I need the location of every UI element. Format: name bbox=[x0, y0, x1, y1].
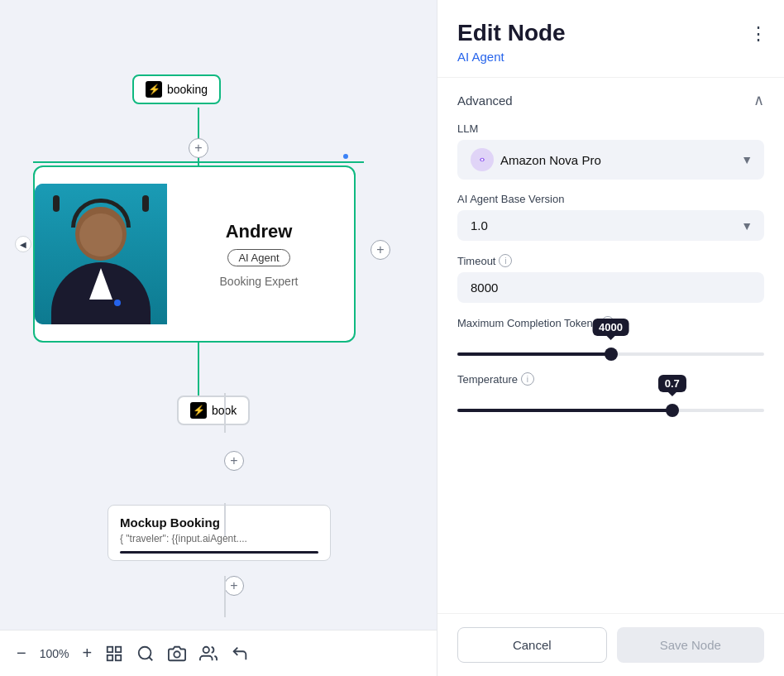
agent-photo bbox=[35, 184, 167, 324]
agent-card[interactable]: Andrew AI Agent Booking Expert bbox=[33, 165, 356, 343]
zoom-in-button[interactable]: + bbox=[83, 644, 93, 663]
llm-value: Amazon Nova Pro bbox=[500, 153, 751, 167]
agent-info: Andrew AI Agent Booking Expert bbox=[167, 221, 337, 288]
max-tokens-thumb[interactable] bbox=[605, 348, 618, 361]
book-node[interactable]: ⚡ book bbox=[177, 396, 250, 425]
llm-icon bbox=[471, 148, 494, 171]
panel-header: Edit Node AI Agent ⋮ bbox=[437, 0, 784, 78]
svg-rect-2 bbox=[108, 654, 112, 659]
agent-role: Booking Expert bbox=[180, 275, 337, 288]
canvas: ⚡ booking + bbox=[0, 0, 437, 676]
panel-footer: Cancel Save Node bbox=[437, 613, 784, 676]
timeout-info-icon: i bbox=[499, 254, 512, 267]
svg-point-6 bbox=[203, 646, 209, 652]
bottom-toolbar: − 100% + bbox=[0, 630, 437, 676]
add-node-button-bottom[interactable]: + bbox=[224, 576, 244, 596]
mockup-code: { "traveler": {{input.aiAgent.... bbox=[120, 533, 318, 544]
panel-subtitle: AI Agent bbox=[457, 50, 764, 64]
max-tokens-slider-track: 4000 bbox=[457, 352, 764, 356]
mockup-underline bbox=[120, 551, 318, 554]
temperature-slider-track: 0.7 bbox=[457, 409, 764, 412]
llm-dropdown[interactable]: Amazon Nova Pro ▼ bbox=[457, 140, 764, 180]
focus-button[interactable] bbox=[105, 645, 123, 663]
zoom-level: 100% bbox=[40, 647, 69, 660]
svg-rect-3 bbox=[116, 654, 121, 659]
camera-button[interactable] bbox=[168, 645, 186, 663]
connector-line-h bbox=[33, 161, 364, 163]
temperature-slider-fill bbox=[457, 409, 672, 412]
agent-badge-label: AI Agent bbox=[227, 249, 289, 266]
timeout-input[interactable] bbox=[457, 272, 764, 303]
max-tokens-tooltip: 4000 bbox=[592, 319, 629, 336]
max-tokens-slider-fill bbox=[457, 352, 611, 356]
collapse-panel-button[interactable]: ◀ bbox=[15, 236, 31, 252]
temperature-thumb[interactable] bbox=[666, 404, 679, 417]
connector-gray-2 bbox=[224, 503, 226, 536]
agent-name: Andrew bbox=[180, 221, 337, 242]
save-node-button[interactable]: Save Node bbox=[617, 627, 765, 663]
people-icon bbox=[199, 645, 218, 663]
undo-icon bbox=[231, 645, 249, 663]
llm-dropdown-arrow: ▼ bbox=[741, 153, 753, 166]
mockup-booking-node[interactable]: Mockup Booking { "traveler": {{input.aiA… bbox=[108, 505, 331, 561]
panel-content: Advanced ∧ LLM Amazon Nova Pro ▼ AI Agen… bbox=[437, 78, 784, 613]
edit-node-panel: Edit Node AI Agent ⋮ Advanced ∧ LLM Amaz… bbox=[437, 0, 784, 676]
version-label: AI Agent Base Version bbox=[457, 193, 764, 205]
more-options-button[interactable]: ⋮ bbox=[749, 23, 767, 45]
camera-icon bbox=[168, 645, 186, 663]
focus-icon bbox=[105, 645, 123, 663]
add-node-button-mid[interactable]: + bbox=[224, 451, 244, 471]
search-icon bbox=[136, 645, 155, 663]
svg-point-8 bbox=[481, 159, 484, 161]
search-button[interactable] bbox=[136, 645, 155, 663]
panel-title: Edit Node bbox=[457, 20, 764, 46]
connector-gray-3 bbox=[224, 576, 226, 617]
cancel-button[interactable]: Cancel bbox=[457, 627, 607, 663]
temperature-slider-container: 0.7 bbox=[457, 409, 764, 412]
undo-button[interactable] bbox=[231, 645, 249, 663]
svg-rect-0 bbox=[108, 646, 112, 651]
advanced-section-title: Advanced bbox=[457, 93, 513, 108]
version-dropdown-arrow: ▼ bbox=[741, 219, 753, 233]
lightning-icon: ⚡ bbox=[146, 81, 162, 98]
dot-indicator bbox=[343, 154, 348, 159]
add-node-button-right[interactable]: + bbox=[370, 240, 390, 260]
zoom-out-button[interactable]: − bbox=[17, 644, 26, 663]
temperature-label: Temperature i bbox=[457, 372, 764, 386]
booking-node[interactable]: ⚡ booking bbox=[132, 74, 221, 104]
mockup-title: Mockup Booking bbox=[120, 515, 318, 530]
svg-point-5 bbox=[174, 651, 180, 657]
advanced-chevron-icon[interactable]: ∧ bbox=[753, 91, 764, 109]
temperature-info-icon: i bbox=[521, 372, 534, 386]
people-button[interactable] bbox=[199, 645, 218, 663]
max-tokens-slider-container: 4000 bbox=[457, 352, 764, 356]
svg-point-4 bbox=[139, 646, 151, 659]
advanced-section-header: Advanced ∧ bbox=[457, 91, 764, 109]
connector-gray-1 bbox=[224, 393, 226, 433]
llm-label: LLM bbox=[457, 122, 764, 135]
temperature-tooltip: 0.7 bbox=[658, 375, 686, 392]
version-dropdown[interactable]: 1.0 ▼ bbox=[457, 210, 764, 241]
timeout-label: Timeout i bbox=[457, 254, 764, 267]
svg-rect-1 bbox=[116, 646, 121, 651]
version-value: 1.0 bbox=[471, 218, 751, 233]
add-node-button-top[interactable]: + bbox=[189, 138, 208, 158]
lightning-icon-2: ⚡ bbox=[190, 402, 207, 419]
booking-node-label: booking bbox=[167, 83, 208, 96]
